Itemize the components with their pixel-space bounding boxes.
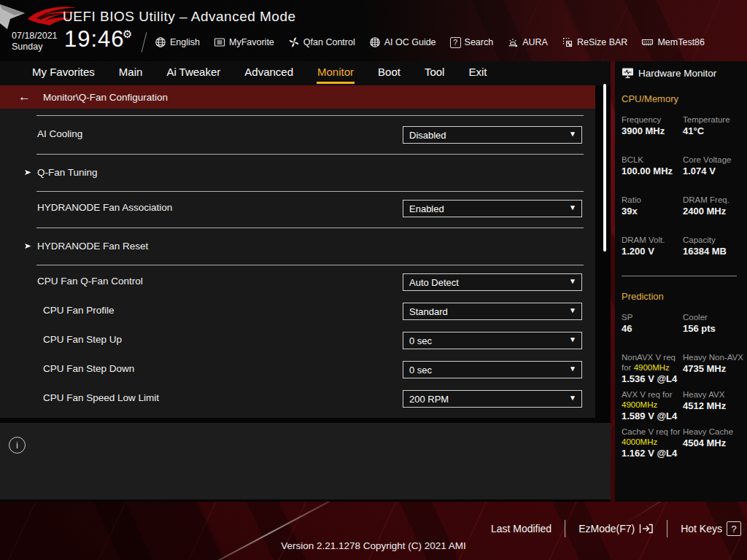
cpu-fan-speed-low-limit-dropdown[interactable]: 200 RPM ▼ [403, 390, 582, 408]
setting-label-cpu-fan-speed-low-limit: CPU Fan Speed Low Limit [43, 392, 159, 403]
toolbar-item-search[interactable]: ? Search [450, 37, 494, 48]
back-arrow-icon[interactable]: ← [18, 90, 31, 104]
stat-avx-vreq: AVX V req for 4900MHz 1.589 V @L4 [622, 389, 683, 423]
hardware-monitor-icon [622, 67, 634, 79]
toolbar-item-myfavorite[interactable]: MyFavorite [214, 36, 274, 48]
stat-temperature: Temperature 41°C [683, 114, 747, 138]
stat-ratio: Ratio 39x [622, 195, 683, 218]
toolbar-item-aura[interactable]: AURA [507, 36, 548, 48]
ezmode-exit-icon [639, 523, 654, 534]
ai-oc-guide-icon [369, 36, 381, 48]
row-separator [36, 115, 584, 116]
setting-label-hydranode-fan-reset[interactable]: HYDRANODE Fan Reset [37, 241, 148, 252]
aura-icon [507, 36, 519, 48]
scrollbar-thumb[interactable] [603, 84, 606, 252]
tab-monitor[interactable]: Monitor [317, 63, 355, 84]
tab-ai-tweaker[interactable]: Ai Tweaker [166, 63, 221, 84]
stat-core-voltage: Core Voltage 1.074 V [683, 155, 747, 178]
main-column: My Favorites Main Ai Tweaker Advanced Mo… [0, 61, 611, 502]
tab-boot[interactable]: Boot [377, 63, 401, 84]
ezmode-button[interactable]: EzMode(F7) [578, 523, 654, 534]
cpu-fan-qfan-control-dropdown[interactable]: Auto Detect ▼ [403, 273, 582, 291]
stat-frequency: Frequency 3900 MHz [622, 114, 683, 138]
highlight-frequency: 4900MHz [634, 363, 670, 372]
menu-tabbar: My Favorites Main Ai Tweaker Advanced Mo… [0, 61, 611, 85]
chevron-down-icon: ▼ [569, 203, 576, 211]
chevron-down-icon: ▼ [569, 335, 576, 343]
qfan-icon [288, 36, 300, 48]
cpu-fan-step-down-dropdown[interactable]: 0 sec ▼ [403, 361, 582, 378]
expand-arrow-icon [24, 168, 32, 176]
quick-toolbar: English MyFavorite Qfan Control AI OC Gu… [155, 34, 705, 51]
breadcrumb: ← Monitor\Q-Fan Configuration [0, 85, 595, 109]
stat-bclk: BCLK 100.00 MHz [622, 155, 683, 178]
breadcrumb-label: Monitor\Q-Fan Configuration [43, 92, 168, 103]
app-title: UEFI BIOS Utility – Advanced Mode [63, 9, 296, 25]
version-text: Version 2.21.1278 Copyright (C) 2021 AMI [0, 540, 747, 551]
search-icon: ? [450, 37, 461, 48]
stat-capacity: Capacity 16384 MB [683, 235, 747, 258]
stat-heavy-cache: Heavy Cache 4504 MHz [683, 427, 747, 460]
stat-nonavx-vreq: NonAVX V req for 4900MHz 1.536 V @L4 [622, 352, 683, 386]
date-text: 07/18/2021 [12, 31, 58, 42]
tab-tool[interactable]: Tool [424, 63, 446, 84]
prediction-stats: SP 46 Cooler 156 pts NonAVX V req for 49… [622, 312, 747, 464]
divider [667, 520, 667, 537]
stat-cooler: Cooler 156 pts [683, 312, 747, 335]
stat-cache-vreq: Cache V req for 4000MHz 1.162 V @L4 [622, 427, 683, 460]
gear-icon[interactable]: ⚙ [123, 28, 132, 41]
setting-label-cpu-fan-profile: CPU Fan Profile [43, 305, 115, 316]
setting-label-hydranode-fan-association: HYDRANODE Fan Association [37, 202, 172, 213]
row-separator [36, 154, 584, 155]
cpu-memory-stats: Frequency 3900 MHz Temperature 41°C BCLK… [622, 114, 747, 275]
day-text: Sunday [12, 42, 58, 52]
toolbar-item-resize-bar[interactable]: ReSize BAR [562, 36, 627, 48]
tab-exit[interactable]: Exit [468, 63, 487, 84]
help-panel: i [0, 423, 611, 499]
section-title-cpu-memory: CPU/Memory [622, 93, 747, 104]
expand-arrow-icon [24, 242, 32, 250]
chevron-down-icon: ▼ [569, 306, 576, 314]
hardware-monitor-panel: Hardware Monitor CPU/Memory Frequency 39… [615, 61, 747, 502]
info-icon: i [9, 437, 26, 454]
chevron-down-icon: ▼ [569, 277, 576, 285]
section-divider [622, 276, 737, 276]
tab-my-favorites[interactable]: My Favorites [31, 63, 96, 84]
settings-panel: AI Cooling Disabled ▼ Q-Fan Tuning HYDRA… [0, 109, 595, 418]
divider [142, 32, 147, 52]
row-separator [36, 191, 584, 192]
myfavorite-icon [214, 36, 225, 48]
setting-label-cpu-fan-step-up: CPU Fan Step Up [43, 334, 122, 345]
tab-advanced[interactable]: Advanced [244, 63, 294, 84]
titlebar: UEFI BIOS Utility – Advanced Mode 07/18/… [0, 0, 747, 61]
setting-label-cpu-fan-qfan-control: CPU Fan Q-Fan Control [37, 276, 143, 287]
footer-actions: Last Modified EzMode(F7) Hot Keys ? [491, 518, 741, 539]
setting-label-qfan-tuning[interactable]: Q-Fan Tuning [37, 167, 98, 178]
chevron-down-icon: ▼ [569, 365, 576, 373]
divider [565, 520, 565, 537]
hotkeys-button[interactable]: Hot Keys ? [681, 521, 741, 536]
tab-main[interactable]: Main [118, 63, 144, 84]
setting-label-ai-cooling: AI Cooling [37, 128, 82, 139]
toolbar-item-memtest[interactable]: MemTest86 [641, 36, 705, 48]
row-separator [36, 228, 584, 228]
cpu-fan-profile-dropdown[interactable]: Standard ▼ [403, 303, 582, 320]
bios-screen: UEFI BIOS Utility – Advanced Mode 07/18/… [0, 0, 747, 560]
hardware-monitor-header: Hardware Monitor [622, 67, 747, 79]
highlight-frequency: 4900MHz [622, 400, 657, 409]
ai-cooling-dropdown[interactable]: Disabled ▼ [403, 126, 582, 144]
date-display: 07/18/2021 Sunday [12, 31, 58, 52]
toolbar-item-qfan-control[interactable]: Qfan Control [288, 36, 355, 48]
last-modified-button[interactable]: Last Modified [491, 523, 551, 534]
stat-sp: SP 46 [622, 312, 683, 335]
resize-bar-icon [562, 36, 573, 48]
hydranode-fan-association-dropdown[interactable]: Enabled ▼ [403, 200, 582, 217]
question-icon: ? [727, 521, 741, 536]
chevron-down-icon: ▼ [569, 394, 576, 402]
toolbar-item-language[interactable]: English [155, 36, 200, 48]
chevron-down-icon: ▼ [569, 130, 576, 138]
toolbar-item-ai-oc-guide[interactable]: AI OC Guide [369, 36, 436, 48]
cpu-fan-step-up-dropdown[interactable]: 0 sec ▼ [403, 332, 582, 349]
highlight-frequency: 4000MHz [622, 438, 657, 446]
stat-heavy-nonavx: Heavy Non-AVX 4735 MHz [683, 352, 747, 386]
